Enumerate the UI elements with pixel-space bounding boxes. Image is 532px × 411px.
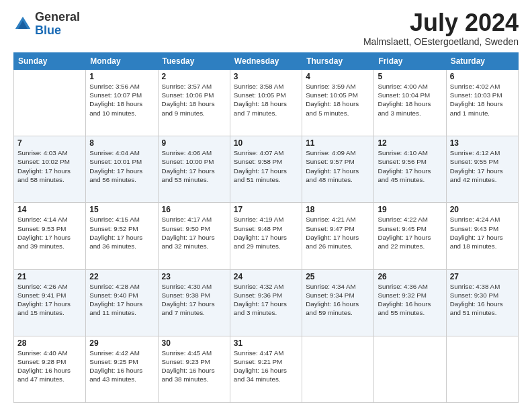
calendar-cell: 20Sunrise: 4:24 AM Sunset: 9:43 PM Dayli… xyxy=(446,203,518,269)
calendar-cell: 15Sunrise: 4:15 AM Sunset: 9:52 PM Dayli… xyxy=(86,203,158,269)
calendar-cell xyxy=(374,336,446,402)
calendar-cell: 25Sunrise: 4:34 AM Sunset: 9:34 PM Dayli… xyxy=(302,269,374,336)
day-number: 12 xyxy=(378,138,442,148)
day-number: 29 xyxy=(89,338,154,348)
calendar-cell: 22Sunrise: 4:28 AM Sunset: 9:40 PM Dayli… xyxy=(86,269,158,336)
day-number: 19 xyxy=(378,205,442,214)
day-number: 15 xyxy=(89,205,154,214)
logo-blue: Blue xyxy=(35,24,61,37)
day-info: Sunrise: 4:19 AM Sunset: 9:48 PM Dayligh… xyxy=(234,215,298,250)
calendar-cell xyxy=(446,336,518,402)
title-block: July 2024 Malmslaett, OEstergoetland, Sw… xyxy=(363,11,519,47)
calendar-cell: 24Sunrise: 4:32 AM Sunset: 9:36 PM Dayli… xyxy=(230,269,302,336)
day-number: 5 xyxy=(378,72,442,81)
calendar-cell: 29Sunrise: 4:42 AM Sunset: 9:25 PM Dayli… xyxy=(86,336,158,402)
calendar-cell: 8Sunrise: 4:04 AM Sunset: 10:01 PM Dayli… xyxy=(86,136,158,203)
day-info: Sunrise: 3:56 AM Sunset: 10:07 PM Daylig… xyxy=(89,82,154,118)
day-number: 17 xyxy=(234,205,298,214)
day-info: Sunrise: 4:28 AM Sunset: 9:40 PM Dayligh… xyxy=(89,282,154,318)
day-info: Sunrise: 4:00 AM Sunset: 10:04 PM Daylig… xyxy=(378,82,442,118)
day-number: 9 xyxy=(162,138,226,148)
day-info: Sunrise: 4:32 AM Sunset: 9:36 PM Dayligh… xyxy=(234,282,298,318)
calendar-week-2: 7Sunrise: 4:03 AM Sunset: 10:02 PM Dayli… xyxy=(14,136,519,203)
day-number: 28 xyxy=(17,338,82,348)
day-info: Sunrise: 4:26 AM Sunset: 9:41 PM Dayligh… xyxy=(17,282,82,318)
calendar-cell: 5Sunrise: 4:00 AM Sunset: 10:04 PM Dayli… xyxy=(374,70,446,136)
calendar-week-4: 21Sunrise: 4:26 AM Sunset: 9:41 PM Dayli… xyxy=(14,269,519,336)
calendar-cell xyxy=(14,70,86,136)
day-number: 20 xyxy=(450,205,515,214)
day-number: 26 xyxy=(378,272,442,281)
calendar-header-friday: Friday xyxy=(374,53,446,70)
day-number: 21 xyxy=(17,272,82,281)
day-info: Sunrise: 4:47 AM Sunset: 9:21 PM Dayligh… xyxy=(234,349,298,384)
day-number: 2 xyxy=(162,72,226,81)
calendar-header-sunday: Sunday xyxy=(14,53,86,70)
day-number: 31 xyxy=(234,338,298,348)
calendar-cell: 28Sunrise: 4:40 AM Sunset: 9:28 PM Dayli… xyxy=(14,336,86,402)
day-number: 22 xyxy=(89,272,154,281)
day-number: 8 xyxy=(89,138,154,148)
day-number: 27 xyxy=(450,272,515,281)
day-info: Sunrise: 4:17 AM Sunset: 9:50 PM Dayligh… xyxy=(162,215,226,250)
location: Malmslaett, OEstergoetland, Sweden xyxy=(363,36,519,47)
calendar-cell: 16Sunrise: 4:17 AM Sunset: 9:50 PM Dayli… xyxy=(158,203,230,269)
day-number: 3 xyxy=(234,72,298,81)
day-info: Sunrise: 4:42 AM Sunset: 9:25 PM Dayligh… xyxy=(89,349,154,384)
day-info: Sunrise: 4:03 AM Sunset: 10:02 PM Daylig… xyxy=(17,148,82,184)
day-number: 6 xyxy=(450,72,515,81)
calendar-cell: 13Sunrise: 4:12 AM Sunset: 9:55 PM Dayli… xyxy=(446,136,518,203)
day-number: 30 xyxy=(162,338,226,348)
day-info: Sunrise: 3:58 AM Sunset: 10:05 PM Daylig… xyxy=(234,82,298,118)
day-number: 25 xyxy=(306,272,370,281)
day-number: 16 xyxy=(162,205,226,214)
day-number: 23 xyxy=(162,272,226,281)
logo-text: General Blue xyxy=(35,11,80,38)
calendar-cell: 18Sunrise: 4:21 AM Sunset: 9:47 PM Dayli… xyxy=(302,203,374,269)
day-info: Sunrise: 4:30 AM Sunset: 9:38 PM Dayligh… xyxy=(162,282,226,318)
calendar-cell: 2Sunrise: 3:57 AM Sunset: 10:06 PM Dayli… xyxy=(158,70,230,136)
day-info: Sunrise: 3:59 AM Sunset: 10:05 PM Daylig… xyxy=(306,82,370,118)
calendar-cell: 30Sunrise: 4:45 AM Sunset: 9:23 PM Dayli… xyxy=(158,336,230,402)
calendar-cell: 14Sunrise: 4:14 AM Sunset: 9:53 PM Dayli… xyxy=(14,203,86,269)
calendar-cell: 3Sunrise: 3:58 AM Sunset: 10:05 PM Dayli… xyxy=(230,70,302,136)
calendar-week-1: 1Sunrise: 3:56 AM Sunset: 10:07 PM Dayli… xyxy=(14,70,519,136)
day-info: Sunrise: 4:34 AM Sunset: 9:34 PM Dayligh… xyxy=(306,282,370,318)
page: General Blue July 2024 Malmslaett, OEste… xyxy=(0,0,532,411)
calendar-cell: 23Sunrise: 4:30 AM Sunset: 9:38 PM Dayli… xyxy=(158,269,230,336)
day-info: Sunrise: 4:36 AM Sunset: 9:32 PM Dayligh… xyxy=(378,282,442,318)
month-title: July 2024 xyxy=(363,11,519,35)
day-number: 14 xyxy=(17,205,82,214)
calendar-cell: 26Sunrise: 4:36 AM Sunset: 9:32 PM Dayli… xyxy=(374,269,446,336)
day-info: Sunrise: 4:21 AM Sunset: 9:47 PM Dayligh… xyxy=(306,215,370,250)
header: General Blue July 2024 Malmslaett, OEste… xyxy=(13,11,519,47)
calendar-cell: 21Sunrise: 4:26 AM Sunset: 9:41 PM Dayli… xyxy=(14,269,86,336)
calendar-cell: 31Sunrise: 4:47 AM Sunset: 9:21 PM Dayli… xyxy=(230,336,302,402)
calendar-cell: 7Sunrise: 4:03 AM Sunset: 10:02 PM Dayli… xyxy=(14,136,86,203)
day-info: Sunrise: 4:10 AM Sunset: 9:56 PM Dayligh… xyxy=(378,148,442,184)
calendar-cell: 17Sunrise: 4:19 AM Sunset: 9:48 PM Dayli… xyxy=(230,203,302,269)
day-info: Sunrise: 3:57 AM Sunset: 10:06 PM Daylig… xyxy=(162,82,226,118)
calendar-cell: 19Sunrise: 4:22 AM Sunset: 9:45 PM Dayli… xyxy=(374,203,446,269)
day-info: Sunrise: 4:15 AM Sunset: 9:52 PM Dayligh… xyxy=(89,215,154,250)
day-number: 7 xyxy=(17,138,82,148)
calendar-header-monday: Monday xyxy=(86,53,158,70)
calendar-cell: 9Sunrise: 4:06 AM Sunset: 10:00 PM Dayli… xyxy=(158,136,230,203)
calendar-header-thursday: Thursday xyxy=(302,53,374,70)
day-number: 18 xyxy=(306,205,370,214)
day-number: 10 xyxy=(234,138,298,148)
day-info: Sunrise: 4:14 AM Sunset: 9:53 PM Dayligh… xyxy=(17,215,82,250)
day-info: Sunrise: 4:09 AM Sunset: 9:57 PM Dayligh… xyxy=(306,148,370,184)
day-info: Sunrise: 4:07 AM Sunset: 9:58 PM Dayligh… xyxy=(234,148,298,184)
logo-icon xyxy=(13,15,32,34)
calendar-header-wednesday: Wednesday xyxy=(230,53,302,70)
day-info: Sunrise: 4:38 AM Sunset: 9:30 PM Dayligh… xyxy=(450,282,515,318)
calendar-cell: 1Sunrise: 3:56 AM Sunset: 10:07 PM Dayli… xyxy=(86,70,158,136)
day-number: 4 xyxy=(306,72,370,81)
logo-general: General xyxy=(35,10,80,24)
day-number: 1 xyxy=(89,72,154,81)
day-info: Sunrise: 4:40 AM Sunset: 9:28 PM Dayligh… xyxy=(17,349,82,384)
calendar-cell: 12Sunrise: 4:10 AM Sunset: 9:56 PM Dayli… xyxy=(374,136,446,203)
calendar-header-saturday: Saturday xyxy=(446,53,518,70)
calendar-table: SundayMondayTuesdayWednesdayThursdayFrid… xyxy=(13,52,519,403)
